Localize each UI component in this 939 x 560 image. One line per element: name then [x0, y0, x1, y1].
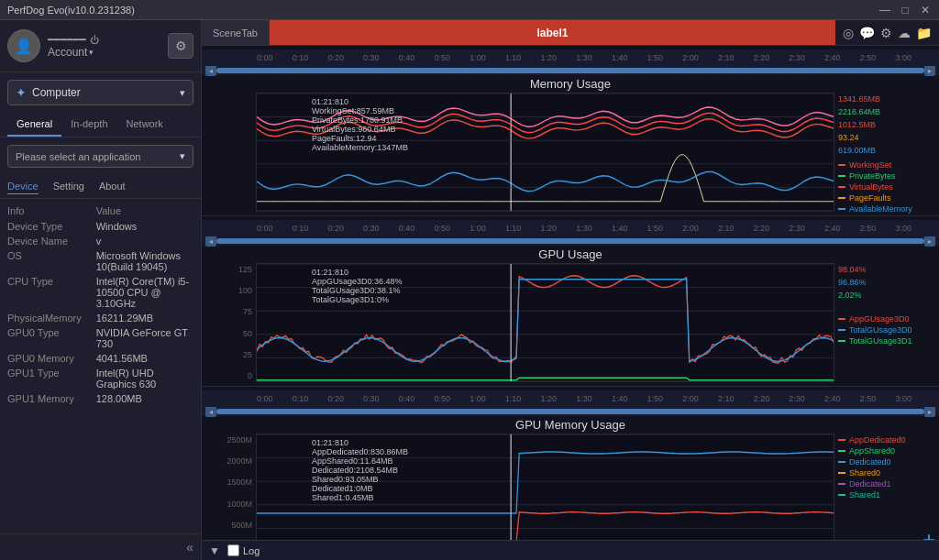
device-tabs: Device Setting About: [0, 175, 201, 199]
tab-indepth[interactable]: In-depth: [61, 113, 116, 137]
legend-color: [838, 197, 845, 199]
app-dropdown-icon: ▾: [180, 150, 185, 162]
time-tick: 2:50: [860, 224, 877, 233]
top-icons: ◎ 💬 ⚙ ☁ 📁: [835, 20, 939, 45]
legend-label: WorkingSet: [849, 160, 891, 170]
time-tick: 1:40: [612, 53, 628, 62]
time-tick: 2:30: [789, 224, 805, 233]
info-col-header: Info: [0, 203, 89, 219]
time-tick: 0:40: [399, 224, 415, 233]
time-tick: 0:00: [257, 394, 273, 403]
legend-label: TotalGUsage3D1: [849, 336, 912, 346]
app-title: PerfDog Evo(iv10.0.231238): [7, 5, 135, 16]
device-info-label: PhysicalMemory: [0, 311, 89, 325]
legend-label: AppDedicated0: [849, 435, 906, 445]
y-label: 100: [238, 286, 252, 295]
settings-icon[interactable]: ⚙: [880, 26, 892, 40]
scroll-right-3[interactable]: ▸: [924, 406, 935, 417]
legend-label: Shared0: [849, 468, 880, 478]
time-tick: 1:40: [612, 394, 628, 403]
scrollbar-3[interactable]: ◂ ▸: [202, 407, 939, 416]
time-tick: 1:30: [576, 394, 592, 403]
y-label: 2000M: [226, 456, 252, 466]
legend-color: [838, 340, 845, 342]
scrollbar-1[interactable]: ◂ ▸: [202, 66, 939, 75]
scroll-left-1[interactable]: ◂: [205, 65, 216, 76]
legend-item: AppShared0: [838, 446, 932, 456]
gpu-y-axis: 1251007550250: [205, 263, 256, 382]
maximize-button[interactable]: □: [899, 4, 911, 16]
time-tick: 2:30: [789, 53, 805, 62]
legend-item: VirtualBytes: [838, 182, 932, 192]
gpu-chart-plot: 01:21:810AppGUsage3D0:36.48%TotalGUsage3…: [256, 263, 834, 382]
cloud-icon[interactable]: ☁: [898, 26, 911, 40]
legend-label: VirtualBytes: [849, 182, 893, 192]
close-button[interactable]: ✕: [919, 4, 932, 16]
device-info-label: GPU0 Memory: [0, 351, 89, 366]
time-tick: 3:00: [895, 224, 911, 233]
legend-color: [838, 483, 845, 485]
target-icon[interactable]: ◎: [843, 26, 854, 40]
log-checkbox-label[interactable]: Log: [227, 544, 260, 556]
folder-icon[interactable]: 📁: [916, 26, 932, 40]
settings-button[interactable]: ⚙: [168, 33, 193, 59]
legend-color: [838, 208, 845, 210]
gpu-mem-cursor: [511, 434, 512, 540]
bottom-bar: ▼ Log: [202, 540, 939, 560]
app-select[interactable]: Please select an application ▾: [7, 145, 193, 168]
time-tick: 1:00: [470, 394, 486, 403]
scroll-left-2[interactable]: ◂: [205, 236, 216, 247]
charts-area: 0:000:100:200:300:400:501:001:101:201:30…: [202, 46, 939, 540]
device-info-value: 16211.29MB: [89, 311, 201, 325]
collapse-button[interactable]: «: [186, 540, 193, 555]
y-label: 25: [243, 350, 252, 359]
device-info-value: Intel(R) UHD Graphics 630: [89, 366, 201, 391]
time-tick: 0:10: [293, 53, 309, 62]
scrollbar-track-2[interactable]: [216, 238, 924, 244]
dtab-about[interactable]: About: [99, 179, 126, 194]
dtab-setting[interactable]: Setting: [53, 179, 84, 194]
scroll-left-3[interactable]: ◂: [205, 406, 216, 417]
time-tick: 2:50: [860, 53, 877, 62]
scrollbar-track-3[interactable]: [216, 409, 924, 414]
log-checkbox[interactable]: [227, 544, 239, 556]
scrollbar-track-1[interactable]: [216, 68, 924, 73]
time-tick: 2:10: [718, 224, 735, 233]
device-info-value: Intel(R) Core(TM) i5-10500 CPU @ 3.10GHz: [89, 274, 201, 311]
time-tick: 1:00: [470, 224, 486, 233]
gpu-memory-title: GPU Memory Usage: [202, 416, 939, 434]
legend-item: AppDedicated0: [838, 435, 932, 445]
time-tick: 2:20: [754, 394, 770, 403]
time-tick: 0:10: [293, 224, 309, 233]
add-chart-button[interactable]: +: [922, 527, 935, 540]
account-info: ━━━━━━ ⏻ Account ▾: [48, 34, 160, 59]
legend-item: Dedicated1: [838, 479, 932, 489]
dtab-device[interactable]: Device: [7, 179, 39, 194]
minimize-button[interactable]: —: [878, 4, 891, 16]
account-caret-icon: ▾: [89, 48, 94, 57]
time-tick: 0:10: [293, 394, 309, 403]
scroll-right-2[interactable]: ▸: [924, 236, 935, 247]
tab-network[interactable]: Network: [117, 113, 172, 137]
device-table-row: GPU1 TypeIntel(R) UHD Graphics 630: [0, 366, 201, 391]
legend-label: PrivateBytes: [849, 171, 896, 181]
chat-icon[interactable]: 💬: [859, 26, 875, 40]
tab-general[interactable]: General: [7, 113, 61, 137]
time-tick: 1:10: [505, 224, 522, 233]
legend-item: TotalGUsage3D0: [838, 325, 932, 335]
y-label: 125: [238, 265, 252, 274]
time-tick: 0:50: [434, 224, 450, 233]
scrollbar-2[interactable]: ◂ ▸: [202, 236, 939, 246]
device-table-row: Device Namev: [0, 234, 201, 248]
power-icon[interactable]: ⏻: [90, 35, 99, 45]
time-tick: 3:00: [895, 53, 911, 62]
time-tick: 1:30: [576, 224, 592, 233]
computer-select[interactable]: ✦ Computer ▾: [7, 80, 193, 105]
legend-color: [838, 450, 845, 452]
account-section: 👤 ━━━━━━ ⏻ Account ▾ ⚙: [0, 20, 201, 72]
scroll-right-1[interactable]: ▸: [924, 65, 935, 76]
legend-item: Dedicated0: [838, 457, 932, 467]
scene-tab[interactable]: SceneTab: [202, 20, 270, 45]
bottom-arrow-icon[interactable]: ▼: [209, 544, 220, 557]
time-tick: 0:20: [327, 53, 344, 62]
